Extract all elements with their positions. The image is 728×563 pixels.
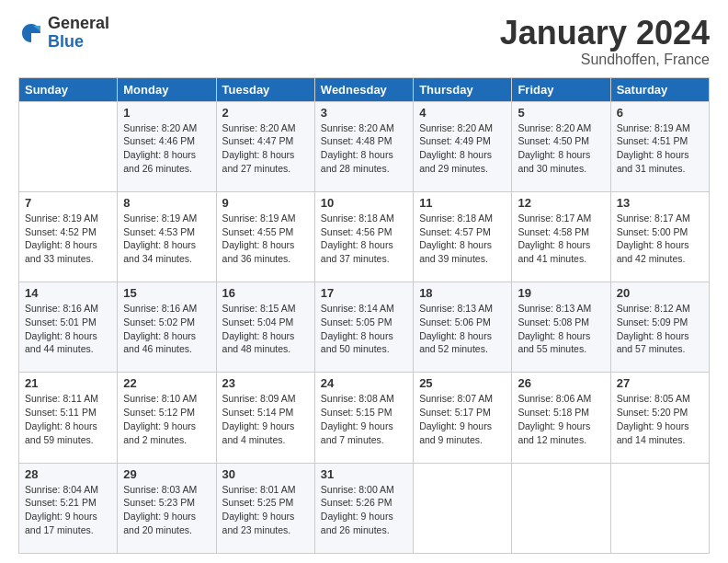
day-info: Sunrise: 8:19 AMSunset: 4:55 PMDaylight:… (222, 212, 309, 266)
calendar-table: SundayMondayTuesdayWednesdayThursdayFrid… (18, 77, 710, 554)
weekday-header-wednesday: Wednesday (314, 77, 413, 101)
week-row-1: 7Sunrise: 8:19 AMSunset: 4:52 PMDaylight… (19, 191, 710, 282)
day-number: 19 (518, 286, 604, 300)
day-number: 16 (222, 286, 309, 300)
day-info: Sunrise: 8:11 AMSunset: 5:11 PMDaylight:… (25, 392, 111, 446)
day-cell: 4Sunrise: 8:20 AMSunset: 4:49 PMDaylight… (414, 101, 512, 191)
day-cell: 8Sunrise: 8:19 AMSunset: 4:53 PMDaylight… (118, 191, 216, 282)
logo: General Blue (18, 15, 109, 52)
day-cell: 30Sunrise: 8:01 AMSunset: 5:25 PMDayligh… (216, 463, 314, 553)
logo-text: General Blue (48, 15, 109, 52)
day-number: 27 (617, 376, 703, 390)
day-info: Sunrise: 8:19 AMSunset: 4:53 PMDaylight:… (123, 212, 210, 266)
week-row-2: 14Sunrise: 8:16 AMSunset: 5:01 PMDayligh… (19, 282, 710, 373)
day-info: Sunrise: 8:16 AMSunset: 5:01 PMDaylight:… (25, 302, 111, 356)
day-cell: 25Sunrise: 8:07 AMSunset: 5:17 PMDayligh… (414, 373, 512, 463)
title-area: January 2024 Sundhoffen, France (500, 15, 710, 68)
day-cell: 20Sunrise: 8:12 AMSunset: 5:09 PMDayligh… (610, 282, 709, 373)
day-number: 23 (222, 376, 309, 390)
week-row-0: 1Sunrise: 8:20 AMSunset: 4:46 PMDaylight… (19, 101, 710, 191)
day-number: 13 (617, 196, 703, 210)
day-info: Sunrise: 8:15 AMSunset: 5:04 PMDaylight:… (222, 302, 309, 356)
day-number: 21 (25, 376, 111, 390)
day-cell: 26Sunrise: 8:06 AMSunset: 5:18 PMDayligh… (512, 373, 610, 463)
day-number: 6 (617, 106, 703, 120)
day-number: 22 (123, 376, 210, 390)
weekday-header-saturday: Saturday (610, 77, 709, 101)
day-number: 10 (321, 196, 407, 210)
day-info: Sunrise: 8:20 AMSunset: 4:46 PMDaylight:… (123, 121, 210, 176)
day-number: 26 (518, 376, 604, 390)
day-number: 18 (419, 286, 506, 300)
day-number: 28 (25, 467, 111, 481)
day-cell (19, 101, 118, 191)
day-cell: 7Sunrise: 8:19 AMSunset: 4:52 PMDaylight… (19, 191, 118, 282)
header: General Blue January 2024 Sundhoffen, Fr… (18, 15, 710, 68)
week-row-3: 21Sunrise: 8:11 AMSunset: 5:11 PMDayligh… (19, 373, 710, 463)
day-info: Sunrise: 8:13 AMSunset: 5:06 PMDaylight:… (419, 302, 506, 356)
day-cell: 13Sunrise: 8:17 AMSunset: 5:00 PMDayligh… (610, 191, 709, 282)
day-info: Sunrise: 8:17 AMSunset: 5:00 PMDaylight:… (617, 212, 703, 266)
day-number: 15 (123, 286, 210, 300)
day-number: 17 (321, 286, 407, 300)
day-cell: 16Sunrise: 8:15 AMSunset: 5:04 PMDayligh… (216, 282, 314, 373)
logo-icon (18, 20, 44, 46)
weekday-header-monday: Monday (118, 77, 216, 101)
weekday-header-sunday: Sunday (19, 77, 118, 101)
day-cell: 15Sunrise: 8:16 AMSunset: 5:02 PMDayligh… (118, 282, 216, 373)
day-cell: 22Sunrise: 8:10 AMSunset: 5:12 PMDayligh… (118, 373, 216, 463)
day-cell: 3Sunrise: 8:20 AMSunset: 4:48 PMDaylight… (314, 101, 413, 191)
day-info: Sunrise: 8:16 AMSunset: 5:02 PMDaylight:… (123, 302, 210, 356)
week-row-4: 28Sunrise: 8:04 AMSunset: 5:21 PMDayligh… (19, 463, 710, 553)
day-number: 11 (419, 196, 506, 210)
day-info: Sunrise: 8:20 AMSunset: 4:48 PMDaylight:… (321, 121, 407, 176)
calendar-subtitle: Sundhoffen, France (500, 52, 710, 68)
page: General Blue January 2024 Sundhoffen, Fr… (0, 0, 728, 563)
day-cell: 2Sunrise: 8:20 AMSunset: 4:47 PMDaylight… (216, 101, 314, 191)
day-number: 5 (518, 106, 604, 120)
day-cell (610, 463, 709, 553)
day-cell (512, 463, 610, 553)
day-number: 25 (419, 376, 506, 390)
day-info: Sunrise: 8:00 AMSunset: 5:26 PMDaylight:… (321, 483, 407, 537)
day-number: 14 (25, 286, 111, 300)
day-info: Sunrise: 8:12 AMSunset: 5:09 PMDaylight:… (617, 302, 703, 356)
day-cell: 31Sunrise: 8:00 AMSunset: 5:26 PMDayligh… (314, 463, 413, 553)
day-number: 30 (222, 467, 309, 481)
weekday-header-friday: Friday (512, 77, 610, 101)
day-cell: 17Sunrise: 8:14 AMSunset: 5:05 PMDayligh… (314, 282, 413, 373)
day-number: 29 (123, 467, 210, 481)
day-info: Sunrise: 8:06 AMSunset: 5:18 PMDaylight:… (518, 392, 604, 446)
calendar-title: January 2024 (500, 15, 710, 52)
day-cell: 23Sunrise: 8:09 AMSunset: 5:14 PMDayligh… (216, 373, 314, 463)
day-cell: 5Sunrise: 8:20 AMSunset: 4:50 PMDaylight… (512, 101, 610, 191)
day-cell (414, 463, 512, 553)
day-cell: 1Sunrise: 8:20 AMSunset: 4:46 PMDaylight… (118, 101, 216, 191)
day-info: Sunrise: 8:13 AMSunset: 5:08 PMDaylight:… (518, 302, 604, 356)
day-info: Sunrise: 8:19 AMSunset: 4:51 PMDaylight:… (617, 121, 703, 176)
day-info: Sunrise: 8:05 AMSunset: 5:20 PMDaylight:… (617, 392, 703, 446)
day-info: Sunrise: 8:17 AMSunset: 4:58 PMDaylight:… (518, 212, 604, 266)
day-number: 4 (419, 106, 506, 120)
day-info: Sunrise: 8:19 AMSunset: 4:52 PMDaylight:… (25, 212, 111, 266)
day-info: Sunrise: 8:20 AMSunset: 4:47 PMDaylight:… (222, 121, 309, 176)
day-cell: 19Sunrise: 8:13 AMSunset: 5:08 PMDayligh… (512, 282, 610, 373)
day-cell: 29Sunrise: 8:03 AMSunset: 5:23 PMDayligh… (118, 463, 216, 553)
day-cell: 28Sunrise: 8:04 AMSunset: 5:21 PMDayligh… (19, 463, 118, 553)
day-number: 24 (321, 376, 407, 390)
day-cell: 14Sunrise: 8:16 AMSunset: 5:01 PMDayligh… (19, 282, 118, 373)
day-cell: 6Sunrise: 8:19 AMSunset: 4:51 PMDaylight… (610, 101, 709, 191)
weekday-header-thursday: Thursday (414, 77, 512, 101)
day-info: Sunrise: 8:20 AMSunset: 4:49 PMDaylight:… (419, 121, 506, 176)
logo-blue: Blue (48, 33, 109, 52)
day-info: Sunrise: 8:04 AMSunset: 5:21 PMDaylight:… (25, 483, 111, 537)
day-info: Sunrise: 8:18 AMSunset: 4:56 PMDaylight:… (321, 212, 407, 266)
day-cell: 12Sunrise: 8:17 AMSunset: 4:58 PMDayligh… (512, 191, 610, 282)
day-cell: 21Sunrise: 8:11 AMSunset: 5:11 PMDayligh… (19, 373, 118, 463)
day-number: 8 (123, 196, 210, 210)
weekday-header-tuesday: Tuesday (216, 77, 314, 101)
day-info: Sunrise: 8:01 AMSunset: 5:25 PMDaylight:… (222, 483, 309, 537)
day-number: 9 (222, 196, 309, 210)
day-info: Sunrise: 8:08 AMSunset: 5:15 PMDaylight:… (321, 392, 407, 446)
day-cell: 10Sunrise: 8:18 AMSunset: 4:56 PMDayligh… (314, 191, 413, 282)
